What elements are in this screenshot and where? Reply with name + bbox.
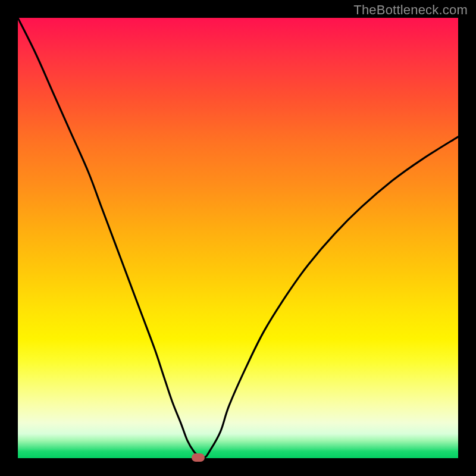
chart-frame: TheBottleneck.com	[0, 0, 476, 476]
bottleneck-curve	[18, 18, 458, 458]
plot-area	[18, 18, 458, 458]
watermark-text: TheBottleneck.com	[353, 2, 468, 18]
optimal-point-marker	[192, 453, 205, 462]
